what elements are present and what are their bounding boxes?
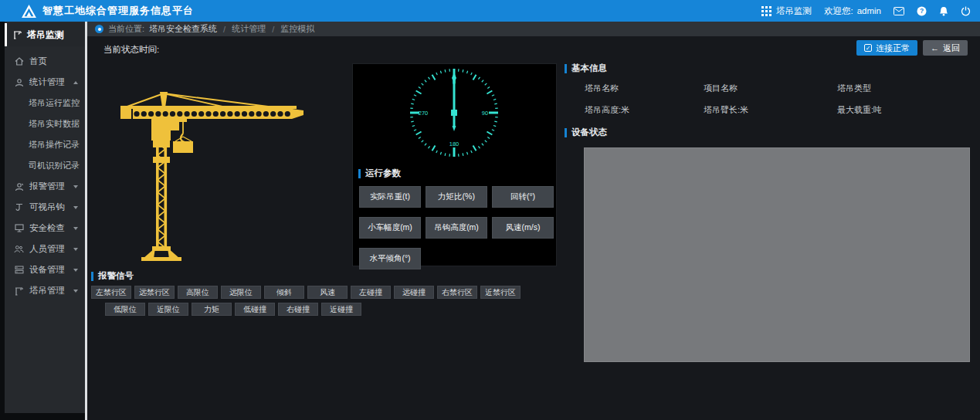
sidebar-subitem-crane-run-monitor[interactable]: 塔吊运行监控	[5, 93, 85, 113]
server-icon	[14, 266, 24, 274]
field-project-name: 项目名称	[704, 83, 837, 94]
sidebar-subitem-crane-realtime-data[interactable]: 塔吊实时数据	[5, 113, 85, 134]
alarm-right-no-go: 右禁行区	[437, 286, 477, 299]
alarm-moment: 力矩	[192, 303, 232, 316]
breadcrumb-item-stats[interactable]: 统计管理	[232, 23, 266, 35]
alarm-wind: 风速	[307, 286, 348, 299]
sidebar-module-header: 塔吊监测	[5, 23, 85, 46]
alarm-section-title: 报警信号	[91, 270, 521, 282]
check-square-icon: ✓	[864, 44, 872, 52]
field-crane-type: 塔吊类型	[837, 83, 974, 94]
sidebar: 塔吊监测 首页 统计管理 塔吊运行监控 塔吊实时数据 塔吊操作记录 司机识别记录…	[5, 22, 85, 413]
chevron-up-icon	[73, 81, 78, 84]
chevron-down-icon	[73, 206, 78, 209]
accent-bar	[565, 128, 567, 137]
tower-crane-illustration	[117, 87, 304, 269]
field-jib-length: 塔吊臂长:米	[704, 104, 837, 116]
person-headset-icon	[14, 78, 24, 87]
basic-info-grid: 塔吊名称 项目名称 塔吊类型 塔吊高度:米 塔吊臂长:米 最大载重:吨	[565, 83, 974, 116]
monitor-panel: 当前状态时间: ✓ 连接正常 ← 返回	[87, 36, 980, 420]
chevron-down-icon	[73, 290, 78, 293]
device-status-placeholder	[584, 147, 970, 362]
gauge-params-panel: 090180270 运行参数 实际吊重(t) 力矩比(%) 回转(°) 小车幅度…	[352, 63, 557, 266]
sidebar-item-equipment[interactable]: 设备管理	[5, 259, 85, 280]
param-actual-load: 实际吊重(t)	[359, 186, 421, 208]
alarm-near-no-go: 近禁行区	[480, 286, 521, 299]
param-wind-speed: 风速(m/s)	[492, 217, 554, 239]
connect-status-button[interactable]: ✓ 连接正常	[856, 40, 917, 56]
alarm-left-collision: 左碰撞	[351, 286, 391, 299]
sidebar-module-title: 塔吊监测	[27, 29, 64, 42]
sidebar-subitem-crane-operation-log[interactable]: 塔吊操作记录	[5, 134, 85, 155]
alarm-low-limit: 低限位	[105, 303, 145, 316]
username[interactable]: admin	[857, 6, 881, 15]
people-icon	[14, 245, 24, 253]
module-badge-label: 塔吊监测	[776, 5, 812, 17]
accent-bar	[565, 64, 567, 73]
alarm-near-limit: 近限位	[148, 303, 188, 316]
status-time-label: 当前状态时间:	[103, 44, 159, 56]
alarm-left-no-go: 左禁行区	[91, 286, 131, 299]
param-trolley-range: 小车幅度(m)	[359, 217, 421, 239]
alarm-signals-section: 报警信号 左禁行区 远禁行区 高限位 远限位 倾斜 风速 左碰撞 远碰撞 右禁行…	[91, 270, 521, 316]
sidebar-item-home[interactable]: 首页	[5, 51, 85, 72]
monitor-icon	[14, 224, 24, 232]
sidebar-item-stats[interactable]: 统计管理	[5, 72, 85, 93]
svg-text:270: 270	[419, 110, 429, 117]
app-logo-icon	[22, 5, 36, 18]
breadcrumb-prefix: 当前位置:	[108, 23, 144, 35]
svg-text:180: 180	[449, 141, 459, 147]
svg-text:?: ?	[920, 7, 924, 15]
params-grid: 实际吊重(t) 力矩比(%) 回转(°) 小车幅度(m) 吊钩高度(m) 风速(…	[359, 186, 556, 269]
sidebar-item-visual-hook[interactable]: 可视吊钩	[5, 197, 85, 218]
mail-icon[interactable]	[894, 7, 904, 15]
hook-icon	[14, 203, 24, 212]
field-crane-height: 塔吊高度:米	[585, 104, 704, 116]
back-button[interactable]: ← 返回	[923, 40, 968, 56]
sidebar-item-crane-mgmt[interactable]: 塔吊管理	[5, 280, 85, 301]
alarm-row-1: 左禁行区 远禁行区 高限位 远限位 倾斜 风速 左碰撞 远碰撞 右禁行区 近禁行…	[91, 286, 521, 299]
apps-grid-icon	[761, 6, 771, 16]
sidebar-menu: 首页 统计管理 塔吊运行监控 塔吊实时数据 塔吊操作记录 司机识别记录 报警管理…	[5, 51, 85, 301]
field-max-load: 最大载重:吨	[837, 104, 974, 116]
app-title: 智慧工地综合管理服务信息平台	[42, 4, 194, 18]
device-status-title: 设备状态	[565, 127, 974, 138]
home-icon	[14, 57, 24, 66]
alarm-tilt: 倾斜	[264, 286, 304, 299]
alarm-right-collision: 右碰撞	[278, 303, 318, 316]
location-icon	[95, 25, 103, 33]
field-crane-name: 塔吊名称	[585, 83, 704, 94]
chevron-down-icon	[73, 248, 78, 251]
alarm-far-limit: 远限位	[221, 286, 261, 299]
param-rotation: 回转(°)	[492, 186, 554, 208]
module-switcher[interactable]: 塔吊监测	[761, 5, 812, 17]
help-icon[interactable]: ?	[917, 6, 927, 16]
tower-crane-icon	[12, 30, 22, 39]
top-header: 智慧工地综合管理服务信息平台 塔吊监测 欢迎您: admin ?	[0, 0, 980, 22]
chevron-down-icon	[73, 185, 78, 188]
param-hook-height: 吊钩高度(m)	[426, 217, 487, 239]
breadcrumb: 当前位置: 塔吊安全检查系统 / 统计管理 / 监控模拟	[87, 22, 980, 36]
chevron-down-icon	[73, 227, 78, 230]
breadcrumb-item-monitor-sim[interactable]: 监控模拟	[280, 23, 314, 35]
alarm-far-no-go: 远禁行区	[134, 286, 175, 299]
bell-icon[interactable]	[939, 6, 948, 16]
alarm-near-collision: 近碰撞	[321, 303, 361, 316]
param-horizontal-tilt: 水平倾角(°)	[359, 248, 421, 269]
breadcrumb-item-system[interactable]: 塔吊安全检查系统	[149, 23, 217, 35]
power-icon[interactable]	[961, 6, 971, 16]
alarm-far-collision: 远碰撞	[394, 286, 434, 299]
accent-bar	[358, 169, 361, 178]
alarm-row-2: 低限位 近限位 力矩 低碰撞 右碰撞 近碰撞	[105, 303, 521, 316]
sidebar-subitem-driver-id-log[interactable]: 司机识别记录	[5, 155, 85, 176]
params-section-title: 运行参数	[358, 168, 556, 179]
svg-text:90: 90	[482, 110, 488, 117]
sidebar-item-safety-check[interactable]: 安全检查	[5, 218, 85, 239]
param-moment-ratio: 力矩比(%)	[426, 186, 487, 208]
right-info-column: 基本信息 塔吊名称 项目名称 塔吊类型 塔吊高度:米 塔吊臂长:米 最大载重:吨…	[565, 63, 974, 362]
alarm-high-limit: 高限位	[178, 286, 218, 299]
sidebar-item-alarm[interactable]: 报警管理	[5, 176, 85, 197]
sidebar-item-personnel[interactable]: 人员管理	[5, 239, 85, 259]
chevron-down-icon	[73, 269, 78, 272]
welcome-text: 欢迎您: admin	[824, 5, 881, 17]
